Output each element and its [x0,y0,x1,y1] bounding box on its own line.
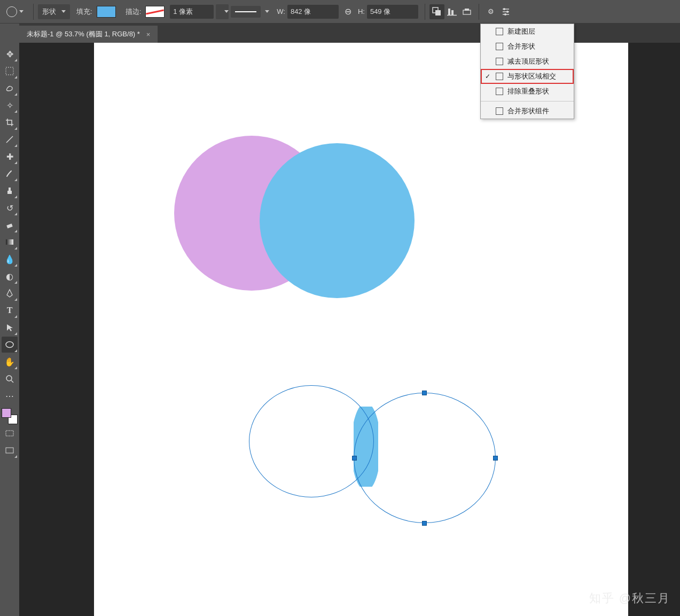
tool-healing[interactable]: ✚ [2,149,18,165]
shape-tool-icon[interactable] [6,6,17,17]
document-tab[interactable]: 未标题-1 @ 53.7% (椭圆 1, RGB/8) * × [19,26,158,43]
combine-icon [496,43,503,50]
svg-rect-3 [451,10,454,15]
align-button[interactable] [444,4,459,19]
settings-button[interactable]: ⚙ [483,4,498,19]
align-icon [447,7,457,17]
tool-marquee[interactable] [2,63,18,79]
chevron-down-icon [224,10,229,13]
screen-mode-toggle[interactable] [2,442,18,458]
tool-brush[interactable] [2,166,18,182]
tool-eyedropper[interactable] [2,131,18,147]
path-ops-icon [432,7,442,17]
svg-rect-13 [6,67,13,75]
height-input[interactable]: 549 像 [367,5,418,19]
separator [33,4,34,20]
link-dimensions-button[interactable]: ⊖ [341,4,356,19]
tool-zoom[interactable] [2,371,18,387]
path-outline-left[interactable] [249,385,374,497]
tool-gradient[interactable] [2,234,18,250]
close-tab-button[interactable]: × [146,30,151,38]
width-label: W: [277,7,285,15]
subtract-icon [496,58,503,65]
sliders-icon [501,7,511,17]
path-operations-button[interactable] [429,4,444,19]
link-icon: ⊖ [345,6,351,17]
gear-icon: ⚙ [488,7,494,15]
tool-mode-select[interactable]: 形状 [38,4,70,19]
menu-item-exclude[interactable]: 排除重叠形状 [481,84,574,99]
separator [479,4,479,20]
width-input[interactable]: 842 像 [287,5,339,19]
selection-handle[interactable] [422,521,427,526]
tool-preset-dropdown-icon[interactable] [19,10,24,13]
stroke-width-stepper[interactable] [216,4,229,19]
stroke-label: 描边: [126,7,142,17]
svg-rect-1 [435,10,441,15]
svg-rect-21 [6,431,13,436]
fill-swatch[interactable] [97,6,116,18]
path-outline-group[interactable] [249,385,497,531]
tool-dodge[interactable]: ◐ [2,268,18,284]
tool-path-select[interactable] [2,319,18,336]
menu-label: 排除重叠形状 [507,87,549,96]
tool-hand[interactable]: ✋ [2,354,18,370]
svg-rect-6 [465,9,469,11]
svg-point-10 [503,8,505,10]
svg-rect-14 [7,191,12,194]
extra-options-button[interactable] [498,4,513,19]
tool-more[interactable]: ⋯ [2,388,18,404]
tool-clone[interactable] [2,183,18,199]
svg-rect-15 [9,188,11,191]
toolbox: ✥ ✧ ✚ ↺ 💧 ◐ T ✋ ⋯ [0,43,19,616]
path-outline-right[interactable] [354,393,496,523]
merge-components-icon [496,107,503,115]
svg-rect-2 [448,9,450,15]
tool-pen[interactable] [2,285,18,301]
menu-item-merge-components[interactable]: 合并形状组件 [481,104,574,119]
svg-rect-5 [463,10,471,14]
tool-history-brush[interactable]: ↺ [2,200,18,216]
stroke-style-select[interactable] [231,6,261,18]
arrange-icon [462,7,472,17]
arrange-button[interactable] [459,4,474,19]
menu-item-new-layer[interactable]: 新建图层 [481,24,574,39]
tool-move[interactable]: ✥ [2,46,18,62]
separator [425,4,425,20]
exclude-icon [496,88,503,95]
menu-item-subtract[interactable]: 减去顶层形状 [481,54,574,69]
tool-blur[interactable]: 💧 [2,251,18,267]
tool-type[interactable]: T [2,302,18,318]
fg-color-swatch[interactable] [2,408,11,418]
watermark: 知乎 @秋三月 [589,590,670,606]
tool-crop[interactable] [2,114,18,130]
menu-label: 新建图层 [507,27,535,36]
menu-item-intersect[interactable]: 与形状区域相交 [481,69,574,84]
stroke-width-input[interactable]: 1 像素 [170,5,214,19]
fill-label: 填充: [76,7,92,17]
quick-mask-toggle[interactable] [2,425,18,441]
svg-rect-22 [6,448,13,453]
canvas[interactable] [94,43,628,616]
selection-handle[interactable] [493,456,498,461]
shape-ellipse-blue[interactable] [260,143,415,298]
menu-label: 减去顶层形状 [507,57,549,66]
tool-lasso[interactable] [2,80,18,96]
intersect-icon [496,73,503,80]
document-tabs: 未标题-1 @ 53.7% (椭圆 1, RGB/8) * × [19,24,680,43]
chevron-down-icon[interactable] [265,10,269,13]
fg-bg-swatches[interactable] [2,408,18,424]
height-value: 549 像 [370,7,390,17]
stroke-width-value: 1 像素 [173,7,193,17]
tool-mode-label: 形状 [42,7,56,17]
menu-label: 合并形状组件 [507,106,549,116]
options-bar: 形状 填充: 描边: 1 像素 W: 842 像 ⊖ H: 549 像 ⚙ [0,0,680,24]
stroke-swatch-none[interactable] [145,6,165,18]
document-tab-title: 未标题-1 @ 53.7% (椭圆 1, RGB/8) * [27,29,140,39]
tool-quick-select[interactable]: ✧ [2,97,18,113]
selection-handle[interactable] [422,391,427,395]
tool-ellipse[interactable] [2,337,18,353]
menu-item-combine[interactable]: 合并形状 [481,39,574,54]
selection-handle[interactable] [352,456,357,461]
tool-eraser[interactable] [2,217,18,233]
